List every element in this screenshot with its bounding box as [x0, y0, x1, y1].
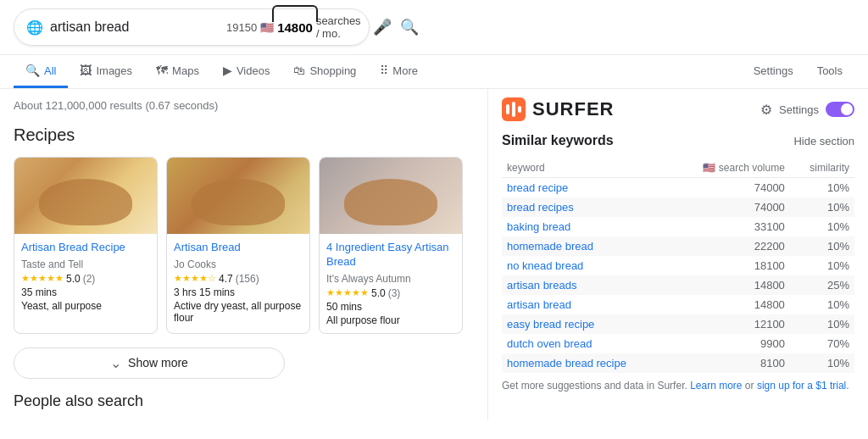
- kw-cell-keyword[interactable]: bread recipe: [502, 178, 670, 198]
- recipe-card-time-0: 35 mins: [21, 286, 150, 298]
- bread-shape-1: [192, 179, 285, 225]
- volume-suffix: searches / mo.: [316, 14, 361, 40]
- surfer-footer: Get more suggestions and data in Surfer.…: [502, 380, 854, 392]
- signup-link[interactable]: sign up for a $1 trial.: [757, 380, 849, 392]
- arrow-annotation: 14800: [277, 20, 313, 35]
- table-row: baking bread 33100 10%: [502, 217, 854, 236]
- search-input[interactable]: [50, 19, 220, 35]
- kw-cell-keyword[interactable]: artisan breads: [502, 275, 670, 295]
- recipe-card-source-0: Taste and Tell: [21, 258, 150, 270]
- recipe-card-rating-1: ★★★★☆ 4.7 (156): [174, 273, 303, 285]
- recipe-card-ingredients-0: Yeast, all purpose: [21, 300, 150, 312]
- gear-icon: ⚙: [760, 102, 772, 118]
- similar-keywords-title: Similar keywords: [502, 133, 614, 148]
- surfer-panel: SURFER ⚙ Settings Similar keywords Hide …: [487, 89, 868, 420]
- tab-more[interactable]: ⠿ More: [368, 55, 430, 88]
- tab-maps[interactable]: 🗺 Maps: [144, 55, 211, 88]
- recipes-section-title: Recipes: [14, 125, 474, 145]
- surfer-logo: SURFER: [502, 97, 614, 121]
- tab-settings[interactable]: Settings: [742, 56, 805, 88]
- kw-cell-volume: 12100: [670, 314, 789, 334]
- recipe-card-time-1: 3 hrs 15 mins: [174, 286, 303, 298]
- table-row: artisan bread 14800 10%: [502, 295, 854, 314]
- show-more-button[interactable]: ⌄ Show more: [14, 347, 285, 379]
- table-row: dutch oven bread 9900 70%: [502, 334, 854, 353]
- keywords-table: keyword 🇺🇸 search volume similarity brea…: [502, 158, 854, 373]
- recipe-card-title-1: Artisan Bread: [174, 241, 303, 255]
- left-column: About 121,000,000 results (0.67 seconds)…: [0, 89, 487, 420]
- recipe-card-body-0: Artisan Bread Recipe Taste and Tell ★★★★…: [14, 234, 157, 319]
- volume-number-2: 14800: [277, 20, 313, 35]
- kw-cell-keyword[interactable]: no knead bread: [502, 256, 670, 275]
- recipe-card-ingredients-2: All purpose flour: [326, 314, 455, 326]
- table-row: no knead bread 18100 10%: [502, 256, 854, 275]
- recipe-card-img-2: [320, 158, 462, 234]
- table-row: bread recipe 74000 10%: [502, 178, 854, 198]
- col-volume: 🇺🇸 search volume: [670, 158, 789, 178]
- learn-more-link[interactable]: Learn more: [690, 380, 742, 392]
- tab-all[interactable]: 🔍 All: [14, 55, 68, 88]
- images-icon: 🖼: [80, 64, 92, 77]
- recipe-card-body-2: 4 Ingredient Easy Artisan Bread It's Alw…: [320, 234, 462, 333]
- search-icon[interactable]: 🔍: [400, 18, 419, 36]
- main-layout: About 121,000,000 results (0.67 seconds)…: [0, 89, 868, 420]
- tab-tools[interactable]: Tools: [805, 56, 854, 88]
- tab-images[interactable]: 🖼 Images: [68, 55, 144, 88]
- bread-shape-0: [39, 179, 132, 225]
- kw-cell-similarity: 10%: [790, 353, 854, 373]
- bread-shape-2: [344, 179, 437, 225]
- tab-shopping[interactable]: 🛍 Shopping: [281, 55, 368, 88]
- rating-count-0: (2): [83, 273, 96, 285]
- kw-cell-volume: 74000: [670, 197, 789, 217]
- recipe-card-img-0: [14, 158, 157, 234]
- rating-count-1: (156): [236, 273, 259, 285]
- rating-count-2: (3): [388, 287, 401, 299]
- stars-2: ★★★★★: [326, 287, 369, 298]
- kw-cell-similarity: 10%: [790, 178, 854, 198]
- kw-cell-similarity: 10%: [790, 295, 854, 314]
- kw-cell-volume: 18100: [670, 256, 789, 275]
- kw-cell-similarity: 10%: [790, 236, 854, 256]
- kw-cell-similarity: 10%: [790, 197, 854, 217]
- hide-section-button[interactable]: Hide section: [793, 135, 854, 147]
- kw-cell-similarity: 10%: [790, 217, 854, 236]
- volume-number-1: 19150: [226, 21, 257, 34]
- kw-cell-volume: 8100: [670, 353, 789, 373]
- kw-cell-similarity: 10%: [790, 256, 854, 275]
- recipe-card-0[interactable]: Artisan Bread Recipe Taste and Tell ★★★★…: [14, 157, 158, 334]
- kw-cell-keyword[interactable]: homemade bread recipe: [502, 353, 670, 373]
- more-icon: ⠿: [380, 64, 388, 77]
- svg-rect-1: [506, 104, 509, 114]
- recipe-card-title-2: 4 Ingredient Easy Artisan Bread: [326, 241, 455, 270]
- col-keyword: keyword: [502, 158, 670, 178]
- rating-value-1: 4.7: [219, 273, 233, 285]
- people-also-search-title: People also search: [14, 392, 474, 410]
- surfer-logo-icon: [502, 97, 526, 121]
- stars-0: ★★★★★: [21, 273, 64, 284]
- recipe-card-source-2: It's Always Autumn: [326, 273, 455, 285]
- kw-cell-volume: 14800: [670, 295, 789, 314]
- chevron-down-icon: ⌄: [110, 355, 121, 371]
- recipe-card-source-1: Jo Cooks: [174, 258, 303, 270]
- kw-cell-keyword[interactable]: artisan bread: [502, 295, 670, 314]
- recipe-card-ingredients-1: Active dry yeast, all purpose flour: [174, 300, 303, 324]
- recipe-card-rating-2: ★★★★★ 5.0 (3): [326, 287, 455, 299]
- toggle-switch[interactable]: [826, 102, 854, 117]
- globe-icon: 🌐: [26, 19, 43, 36]
- kw-cell-keyword[interactable]: bread recipes: [502, 197, 670, 217]
- recipe-card-time-2: 50 mins: [326, 301, 455, 313]
- videos-icon: ▶: [223, 64, 232, 77]
- mic-icon[interactable]: 🎤: [373, 18, 392, 36]
- recipe-cards: Artisan Bread Recipe Taste and Tell ★★★★…: [14, 157, 474, 334]
- col-similarity: similarity: [790, 158, 854, 178]
- kw-cell-keyword[interactable]: baking bread: [502, 217, 670, 236]
- recipe-card-1[interactable]: Artisan Bread Jo Cooks ★★★★☆ 4.7 (156) 3…: [166, 157, 310, 334]
- svg-rect-3: [518, 106, 521, 113]
- flag-icon: 🇺🇸: [260, 21, 274, 34]
- recipe-card-2[interactable]: 4 Ingredient Easy Artisan Bread It's Alw…: [319, 157, 463, 334]
- kw-cell-keyword[interactable]: dutch oven bread: [502, 334, 670, 353]
- tab-videos[interactable]: ▶ Videos: [211, 55, 282, 88]
- settings-label: Settings: [779, 103, 819, 116]
- kw-cell-keyword[interactable]: easy bread recipe: [502, 314, 670, 334]
- kw-cell-keyword[interactable]: homemade bread: [502, 236, 670, 256]
